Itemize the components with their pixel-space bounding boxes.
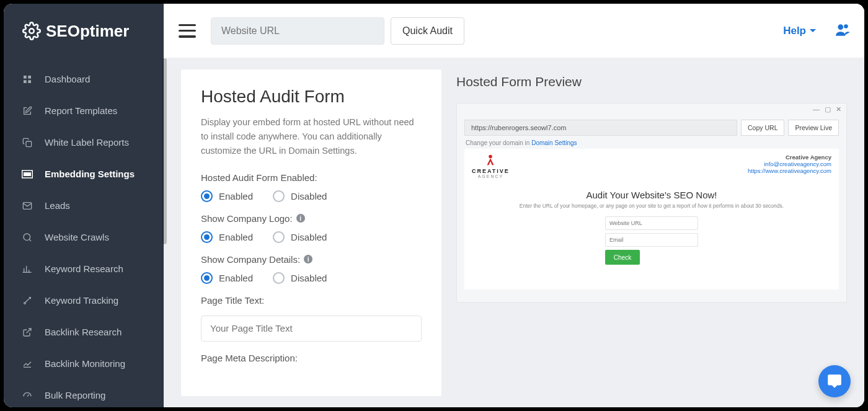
chat-icon: [826, 373, 843, 389]
embed-page: CREATIVE AGENCY Creative Agency info@cre…: [464, 149, 839, 289]
svg-point-0: [29, 29, 34, 33]
sidebar-item-label: White Label Reports: [45, 137, 129, 148]
agency-email-link[interactable]: info@creativeagency.com: [748, 161, 831, 167]
target-icon: [21, 294, 33, 307]
form-card: Hosted Audit Form Display your embed for…: [181, 69, 441, 396]
preview-live-button[interactable]: Preview Live: [788, 120, 839, 136]
embed-check-button[interactable]: Check: [605, 250, 640, 265]
svg-line-16: [25, 297, 31, 302]
brand-text: SEOptimer: [46, 22, 129, 41]
sidebar-item-backlink-monitoring[interactable]: Backlink Monitoring: [4, 348, 164, 379]
sidebar-item-label: Embedding Settings: [45, 169, 135, 179]
preview-column: Hosted Form Preview — ▢ ✕ https://rubenr…: [456, 69, 847, 396]
enabled-label: Hosted Audit Form Enabled:: [201, 172, 422, 183]
details-label: Show Company Details:i: [201, 254, 422, 265]
sidebar-item-keyword-research[interactable]: Keyword Research: [4, 253, 164, 285]
svg-point-9: [24, 234, 30, 241]
sidebar-item-label: Keyword Research: [45, 263, 123, 274]
svg-line-10: [29, 239, 31, 241]
page-title-text-label: Page Title Text:: [201, 295, 422, 306]
layout-icon: [21, 168, 33, 180]
embed-email-input[interactable]: [605, 233, 698, 247]
logo-area: SEOptimer: [4, 4, 164, 58]
enabled-radio-off[interactable]: Disabled: [273, 190, 327, 202]
svg-line-17: [27, 329, 31, 333]
brand-logo[interactable]: SEOptimer: [22, 22, 129, 41]
sidebar-item-label: Leads: [45, 200, 70, 211]
agency-logo: CREATIVE AGENCY: [472, 154, 510, 179]
enabled-radio-on[interactable]: Enabled: [201, 190, 253, 202]
gauge-icon: [21, 389, 33, 402]
main: Quick Audit Help Hosted Audit Form Displ…: [164, 4, 864, 407]
sidebar-item-dashboard[interactable]: Dashboard: [4, 63, 164, 95]
content: Hosted Audit Form Display your embed for…: [164, 58, 864, 407]
close-icon[interactable]: ✕: [836, 105, 841, 113]
sidebar-item-bulk-reporting[interactable]: Bulk Reporting: [4, 379, 164, 407]
help-dropdown[interactable]: Help: [783, 25, 816, 37]
activity-icon: [21, 358, 33, 370]
svg-point-15: [24, 302, 26, 304]
mail-icon: [21, 200, 33, 212]
page-title: Hosted Audit Form: [201, 87, 422, 107]
embed-url-input[interactable]: [605, 216, 698, 230]
sidebar-item-crawls[interactable]: Website Crawls: [4, 221, 164, 253]
sidebar-item-leads[interactable]: Leads: [4, 190, 164, 221]
grid-icon: [21, 73, 33, 86]
minimize-icon[interactable]: —: [813, 105, 820, 113]
sidebar-item-white-label[interactable]: White Label Reports: [4, 126, 164, 158]
agency-site-link[interactable]: https://www.creativeagency.com: [748, 167, 831, 174]
preview-heading: Hosted Form Preview: [456, 74, 847, 89]
domain-hint: Change your domain in Domain Settings: [464, 139, 839, 146]
logo-radio-on[interactable]: Enabled: [201, 231, 253, 243]
info-icon[interactable]: i: [296, 214, 305, 223]
edit-icon: [21, 105, 33, 117]
svg-rect-2: [28, 76, 31, 79]
svg-point-21: [844, 24, 848, 29]
page-description: Display your embed form at hosted URL wi…: [201, 115, 422, 159]
embed-subtitle: Enter the URL of your homepage, or any p…: [472, 203, 831, 209]
external-link-icon: [21, 326, 33, 338]
sidebar-item-label: Bulk Reporting: [45, 390, 105, 400]
svg-point-20: [838, 24, 843, 30]
sidebar-item-label: Backlink Monitoring: [45, 358, 125, 369]
quick-audit-button[interactable]: Quick Audit: [391, 17, 464, 45]
help-label: Help: [783, 25, 806, 37]
window-controls: — ▢ ✕: [457, 104, 846, 115]
logo-radio-off[interactable]: Disabled: [273, 231, 327, 243]
copy-url-button[interactable]: Copy URL: [741, 120, 784, 136]
website-url-input[interactable]: [211, 17, 384, 45]
svg-rect-5: [26, 141, 32, 147]
chat-fab[interactable]: [818, 365, 851, 397]
sidebar-item-label: Report Templates: [45, 105, 117, 116]
scrollbar[interactable]: [162, 58, 167, 244]
sidebar-item-keyword-tracking[interactable]: Keyword Tracking: [4, 285, 164, 316]
agency-info: Creative Agency info@creativeagency.com …: [748, 154, 831, 174]
domain-settings-link[interactable]: Domain Settings: [531, 139, 577, 146]
sidebar: SEOptimer Dashboard Report Templates Whi…: [4, 4, 164, 407]
sidebar-item-embedding[interactable]: Embedding Settings: [4, 158, 164, 190]
account-icon[interactable]: [833, 22, 852, 40]
details-radio-off[interactable]: Disabled: [273, 272, 327, 284]
sidebar-item-report-templates[interactable]: Report Templates: [4, 95, 164, 126]
preview-window: — ▢ ✕ https://rubenrogers.seowl7.com Cop…: [456, 103, 847, 303]
bar-chart-icon: [21, 263, 33, 275]
logo-label: Show Company Logo:i: [201, 213, 422, 224]
details-radio-on[interactable]: Enabled: [201, 272, 253, 284]
embed-title: Audit Your Website's SEO Now!: [472, 190, 831, 200]
sidebar-item-label: Dashboard: [45, 74, 90, 84]
maximize-icon[interactable]: ▢: [825, 105, 831, 113]
copy-icon: [21, 136, 33, 149]
search-icon: [21, 231, 33, 244]
page-title-input[interactable]: [201, 316, 422, 342]
nav: Dashboard Report Templates White Label R…: [4, 58, 164, 407]
svg-rect-4: [28, 80, 31, 83]
hosted-url-display[interactable]: https://rubenrogers.seowl7.com: [464, 120, 737, 136]
menu-toggle[interactable]: [179, 24, 196, 38]
sidebar-item-label: Keyword Tracking: [45, 295, 118, 306]
svg-rect-7: [24, 172, 31, 175]
svg-rect-3: [24, 80, 27, 83]
info-icon[interactable]: i: [304, 255, 312, 263]
svg-rect-1: [24, 76, 27, 79]
sidebar-item-backlink-research[interactable]: Backlink Research: [4, 316, 164, 348]
meta-desc-label: Page Meta Description:: [201, 353, 422, 363]
